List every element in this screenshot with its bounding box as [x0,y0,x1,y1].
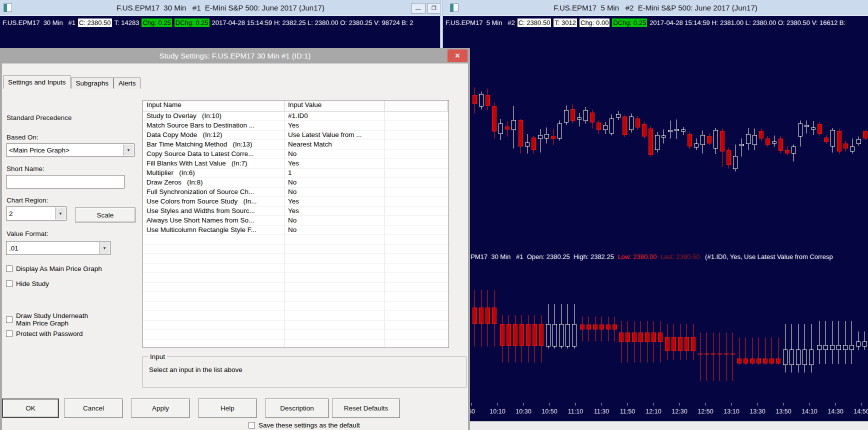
study-settings-dialog: Study Settings: F.US.EPM17 30 Min #1 (ID… [0,48,470,430]
column-header[interactable]: Input Value [284,100,384,111]
empty-cell [284,292,384,301]
tab-settings-and-inputs[interactable]: Settings and Inputs [3,76,71,88]
empty-cell [284,311,384,320]
time-tick [498,403,498,406]
table-empty-row [143,340,448,348]
checkbox-label: Protect with Password [16,330,83,338]
time-label: 10:30 [516,408,531,415]
empty-cell [384,311,448,320]
window-separator[interactable] [440,0,443,48]
time-tick [628,403,628,406]
checkbox-label: Display As Main Price Graph [16,265,102,272]
apply-button[interactable]: Apply [131,398,190,418]
table-row[interactable]: Multiplier (In:6)1 [143,168,448,178]
short-name-input[interactable] [6,175,124,188]
empty-cell [284,330,384,339]
empty-cell [384,264,448,272]
time-label: 13:30 [750,408,765,415]
table-row[interactable]: Full Synchronization of Source Ch...No [143,188,448,197]
column-header[interactable] [384,100,448,111]
chevron-down-icon[interactable]: ▼ [55,208,66,220]
window-bottom-frame [443,421,868,430]
table-row[interactable]: Use Styles and Widths from Sourc...Yes [143,206,448,216]
value-format-value: .01 [9,244,18,252]
time-tick [732,403,732,406]
empty-cell [284,302,384,310]
table-empty-row [143,254,448,264]
empty-cell [284,244,384,254]
input-name-cell: Draw Zeros (In:8) [143,178,284,187]
time-label: 13:10 [724,408,739,415]
save-default-checkbox[interactable]: Save these settings as the default [248,422,360,429]
checkbox-icon[interactable] [248,422,255,428]
input-name-cell: Match Source Bars to Destination ... [143,121,284,130]
empty-cell [143,235,284,244]
table-row[interactable]: Study to Overlay (In:10)#1.ID0 [143,112,448,121]
table-row[interactable]: Always Use Short Names from So...No [143,216,448,226]
short-name-label: Short Name: [6,165,44,172]
table-row[interactable]: Match Source Bars to Destination ...Yes [143,121,448,130]
input-name-cell: Copy Source Data to Latest Corre... [143,150,284,158]
reset-defaults-button[interactable]: Reset Defaults [332,398,400,418]
table-empty-row [143,235,448,244]
empty-cell [143,254,284,263]
checkbox-icon[interactable] [6,280,12,287]
study-name-label: Standard Precedence [6,114,72,122]
chart-region-value: 2 [9,210,13,218]
empty-cell [284,282,384,292]
cancel-button[interactable]: Cancel [64,398,123,418]
based-on-dropdown[interactable]: <Main Price Graph> ▼ [6,144,134,156]
save-default-label: Save these settings as the default [258,422,360,429]
table-row[interactable]: Copy Source Data to Latest Corre...No [143,150,448,159]
checkbox-protect-with-password[interactable]: Protect with Password [6,330,83,338]
empty-cell [384,216,448,225]
chevron-down-icon[interactable]: ▼ [123,144,134,156]
chevron-down-icon[interactable]: ▼ [99,242,110,254]
empty-cell [284,320,384,330]
time-label: 11:30 [594,408,609,415]
time-tick [706,403,706,406]
chart-region-label: Chart Region: [6,196,48,204]
table-row[interactable]: Bar Time Matching Method (In:13)Nearest … [143,140,448,150]
empty-cell [143,340,284,348]
empty-cell [384,282,448,292]
input-value-cell: No [284,188,384,196]
checkbox-draw-study-underneath-main-price-graph[interactable]: Draw Study Underneath Main Price Graph [6,312,101,327]
empty-cell [384,320,448,330]
time-tick [524,403,524,406]
close-button[interactable]: ✕ [448,50,468,62]
tab-alerts[interactable]: Alerts [114,78,141,88]
checkbox-display-as-main-price-graph[interactable]: Display As Main Price Graph [6,265,102,272]
empty-cell [143,302,284,310]
table-row[interactable]: Use Colors from Source Study (In...Yes [143,197,448,206]
ok-button[interactable]: OK [2,398,59,418]
dialog-titlebar[interactable]: Study Settings: F.US.EPM17 30 Min #1 (ID… [0,48,470,64]
input-groupbox: Input Select an input in the list above [142,356,466,388]
scale-button[interactable]: Scale [75,208,136,222]
checkbox-icon[interactable] [6,266,12,272]
checkbox-icon[interactable] [6,330,12,337]
checkbox-hide-study[interactable]: Hide Study [6,280,49,288]
time-label: 12:50 [698,408,713,415]
table-row[interactable]: Fill Blanks With Last Value (In:7)Yes [143,159,448,168]
empty-cell [384,235,448,244]
tab-subgraphs[interactable]: Subgraphs [71,78,114,88]
table-row[interactable]: Use Multicolumn Rectangle Style F...No [143,226,448,235]
table-row[interactable]: Data Copy Mode (In:12)Use Latest Value f… [143,130,448,140]
time-tick [654,403,654,406]
input-value-cell: No [284,178,384,187]
empty-cell [384,159,448,168]
empty-cell [284,235,384,244]
input-value-cell: Nearest Match [284,140,384,149]
chart-region-dropdown[interactable]: 2 ▼ [6,206,66,220]
value-format-dropdown[interactable]: .01 ▼ [6,241,110,255]
empty-cell [384,292,448,301]
table-empty-row [143,330,448,340]
checkbox-icon[interactable] [6,316,12,323]
empty-cell [384,226,448,234]
description-button[interactable]: Description [265,398,329,418]
help-button[interactable]: Help [198,398,257,418]
time-label: 14:10 [802,408,817,415]
table-row[interactable]: Draw Zeros (In:8)No [143,178,448,188]
column-header[interactable]: Input Name [143,100,284,111]
